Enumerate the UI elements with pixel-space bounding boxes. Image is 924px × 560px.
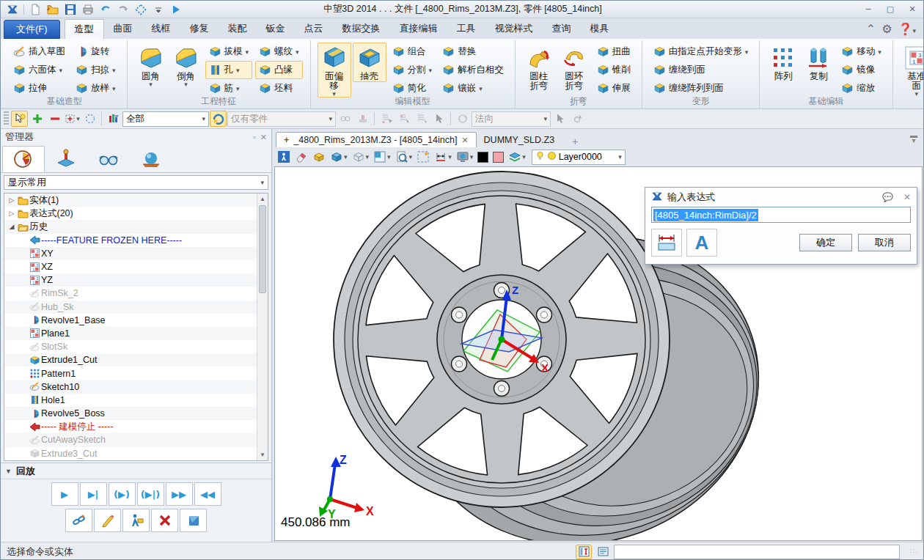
ribbon-button-替换[interactable]: 替换	[439, 43, 507, 61]
ribbon-button-螺纹[interactable]: 螺纹▾	[255, 43, 303, 61]
stamp-pick-icon[interactable]	[354, 111, 371, 127]
layer-combo[interactable]: Layer0000▾	[532, 150, 626, 165]
ribbon-tab-修复[interactable]: 修复	[180, 19, 219, 39]
open-folder-icon[interactable]	[45, 2, 61, 17]
tree-item[interactable]: SlotSk	[4, 340, 268, 353]
close-tab-icon[interactable]: ✕	[461, 136, 468, 145]
settings-gear-icon[interactable]: ⚙	[881, 22, 892, 36]
list-pick3-icon[interactable]	[413, 111, 430, 127]
ribbon-tab-数据交换[interactable]: 数据交换	[333, 19, 390, 39]
ribbon-tab-视觉样式[interactable]: 视觉样式	[485, 19, 543, 39]
tree-filter-dropdown[interactable]: 显示常用 ▾	[4, 175, 268, 190]
tree-item[interactable]: ▷实体(1)	[4, 194, 268, 207]
ribbon-button-插入草图[interactable]: 插入草图	[10, 43, 69, 61]
minus-red-icon[interactable]	[46, 111, 63, 127]
gear-cursor-icon[interactable]	[569, 111, 586, 127]
zoom-doc-icon[interactable]: ▾	[394, 149, 414, 165]
cursor-bulb-icon[interactable]	[11, 111, 28, 127]
replay-fast-forward-button[interactable]: ▶▶	[166, 482, 193, 506]
ribbon-button-抽壳[interactable]: 抽壳	[353, 43, 386, 82]
replay-play-one-stop-button[interactable]: (▶|)	[137, 482, 164, 506]
related-pick-icon[interactable]	[337, 111, 353, 127]
ribbon-button-扭曲[interactable]: 扭曲	[593, 43, 634, 61]
select-diamond-icon[interactable]	[133, 2, 149, 17]
cancel-button[interactable]: 取消	[858, 234, 911, 251]
resize-icon[interactable]	[415, 149, 431, 165]
filter-all-combo[interactable]: 全部▾	[122, 111, 209, 127]
part-swirl-icon[interactable]	[210, 111, 227, 127]
tree-item[interactable]: Pattern1	[4, 366, 268, 380]
command-list-button[interactable]	[595, 545, 611, 559]
expression-input[interactable]: [4805_14inch:RimDia]/2	[651, 207, 911, 223]
reuse-icon[interactable]	[454, 111, 471, 127]
dialog-close-icon[interactable]: ✕	[903, 192, 911, 202]
tree-item[interactable]: Revolve1_Base	[4, 314, 268, 327]
wireframe-cube-icon[interactable]: ▾	[351, 149, 371, 165]
tree-item[interactable]: 13Plane1	[4, 327, 268, 340]
manager-close-button[interactable]: ✕	[260, 133, 267, 142]
comment-bubble-icon[interactable]: 💬	[882, 192, 893, 202]
tab-list-icon[interactable]: ▬▾	[910, 133, 917, 143]
redo-icon[interactable]	[115, 2, 131, 17]
collapse-triangle-icon[interactable]: ▼	[5, 468, 12, 474]
toolbar-grip[interactable]	[4, 111, 9, 126]
replay-edit-pencil-button[interactable]	[94, 509, 121, 532]
tree-item[interactable]: ----- 建模停止 -----	[4, 420, 268, 433]
replay-walk-demote-button[interactable]	[122, 509, 150, 532]
ribbon-tab-曲面[interactable]: 曲面	[104, 19, 142, 39]
ribbon-button-凸缘[interactable]: 凸缘	[255, 61, 303, 79]
dimension-icon[interactable]: ▾	[433, 149, 453, 165]
ribbon-button-圆柱折弯[interactable]: 圆柱折弯	[522, 43, 556, 92]
ribbon-button-拔模[interactable]: 拔模▾	[205, 43, 253, 61]
ribbon-button-组合[interactable]: 组合	[389, 43, 436, 61]
cursor-icon[interactable]	[551, 111, 568, 127]
tree-scrollbar[interactable]: ▲ ▼	[257, 194, 268, 460]
ribbon-tab-直接编辑[interactable]: 直接编辑	[390, 19, 447, 39]
dimension-expression-button[interactable]	[651, 229, 682, 257]
ribbon-tab-钣金[interactable]: 钣金	[257, 19, 295, 39]
eraser-icon[interactable]	[293, 149, 309, 165]
lasso-icon[interactable]	[81, 111, 98, 127]
pick-region-icon[interactable]: ▾	[64, 111, 81, 127]
ribbon-button-圆环折弯[interactable]: 圆环折弯	[557, 43, 591, 92]
tree-item[interactable]: Extrude3_Cut	[4, 447, 268, 460]
tree-item[interactable]: -----FEATURE FROZEN HERE-----	[4, 234, 268, 247]
minimize-button[interactable]: ─	[859, 4, 878, 15]
tree-item[interactable]: Sketch10	[4, 380, 268, 394]
manager-float-button[interactable]: ▫	[253, 133, 256, 141]
expander-icon[interactable]: ▷	[7, 196, 16, 204]
history-manager-tab[interactable]	[2, 146, 45, 172]
document-tab[interactable]: +_4800_Rims_2013M.Z3 - [4805_14inch]✕	[276, 132, 477, 147]
tree-item[interactable]: Hole1	[4, 394, 268, 407]
ribbon-button-倒角[interactable]: 倒角▾	[169, 43, 203, 88]
replay-regen-link-button[interactable]	[65, 509, 92, 532]
tree-item[interactable]: Hub_Sk	[4, 301, 268, 314]
ribbon-tab-点云[interactable]: 点云	[295, 19, 333, 39]
tree-item[interactable]: Revolve5_Boss	[4, 407, 268, 420]
document-tab[interactable]: DUMMY_SLD.Z3	[477, 132, 562, 147]
expander-icon[interactable]: ◢	[7, 223, 16, 230]
ribbon-button-阵列[interactable]: 阵列	[766, 43, 800, 82]
ribbon-button-孔[interactable]: 孔▾	[205, 61, 253, 79]
ribbon-button-基准面[interactable]: 13基准面▾	[900, 43, 924, 97]
command-input[interactable]	[614, 545, 900, 559]
filter-icon[interactable]	[105, 111, 122, 127]
normal-combo[interactable]: 法向▾	[472, 111, 551, 127]
ribbon-tab-线框[interactable]: 线框	[142, 19, 180, 39]
swatch-pink[interactable]	[491, 149, 505, 165]
scroll-down-icon[interactable]: ▼	[257, 449, 268, 460]
ribbon-button-移动[interactable]: 移动▾	[837, 43, 885, 61]
replay-play-button[interactable]: ▶	[51, 482, 78, 506]
ribbon-button-镜像[interactable]: 镜像	[837, 61, 885, 79]
tree-item[interactable]: 13XZ	[4, 260, 268, 273]
ribbon-button-旋转[interactable]: 旋转	[72, 43, 120, 61]
resize-grip[interactable]: ∙∙∙∙∙	[910, 548, 919, 556]
tree-item[interactable]: ◢历史	[4, 220, 268, 233]
replay-play-to-end-button[interactable]: ▶|	[80, 482, 107, 506]
box-yellow-icon[interactable]	[311, 149, 327, 165]
ribbon-button-锥削[interactable]: 锥削	[593, 61, 634, 79]
play-icon[interactable]	[168, 2, 184, 17]
text-variable-button[interactable]: A	[686, 229, 717, 257]
viewport-3d[interactable]: Z X Z X Y 450.086 mm 输入表达式 💬 ✕	[274, 166, 923, 541]
toolbox-toggle-button[interactable]	[576, 545, 592, 559]
